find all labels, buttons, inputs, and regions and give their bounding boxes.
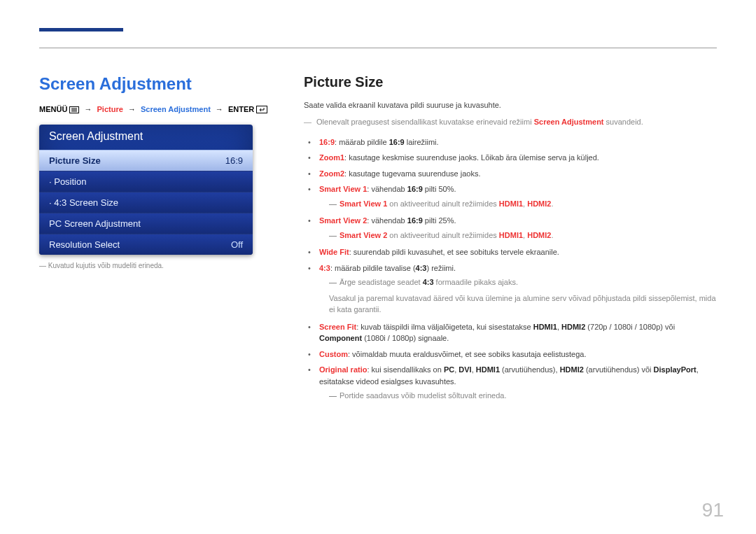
- breadcrumb: MENÜÜ → Picture → Screen Adjustment → EN…: [39, 105, 277, 113]
- breadcrumb-screen-adjustment: Screen Adjustment: [141, 105, 211, 113]
- arrow-icon: →: [216, 105, 223, 113]
- osd-row-picture-size[interactable]: Picture Size 16:9: [39, 150, 253, 171]
- breadcrumb-menu: MENÜÜ: [39, 105, 67, 113]
- osd-row-label: PC Screen Adjustment: [49, 218, 141, 229]
- opt-smart-view-2-note: ― Smart View 2 on aktiveeritud ainult re…: [329, 230, 717, 241]
- opt-4-3: 4:3: määrab pildile tavalise (4:3) režii…: [319, 262, 717, 316]
- osd-row-pc-screen-adjustment[interactable]: PC Screen Adjustment: [39, 213, 253, 234]
- osd-row-43-screen-size[interactable]: · 4:3 Screen Size: [39, 192, 253, 213]
- opt-4-3-note-1: ― Ärge seadistage seadet 4:3 formaadile …: [329, 276, 717, 288]
- menu-icon: [69, 105, 81, 113]
- top-rule: [39, 48, 717, 48]
- opt-smart-view-1-note: ― Smart View 1 on aktiveeritud ainult re…: [329, 198, 717, 210]
- opt-smart-view-1: Smart View 1: vähendab 16:9 pilti 50%. ―…: [319, 183, 717, 209]
- breadcrumb-picture: Picture: [97, 105, 123, 113]
- opt-4-3-note-2: Vasakul ja paremal kuvatavad ääred või k…: [329, 293, 717, 316]
- brand-bar: [39, 28, 123, 31]
- opt-wide-fit: Wide Fit: suurendab pildi kuvasuhet, et …: [319, 246, 717, 258]
- breadcrumb-enter: ENTER: [228, 105, 254, 113]
- osd-row-label: Resolution Select: [49, 239, 120, 250]
- opt-custom: Custom: võimaldab muuta eraldusvõimet, e…: [319, 349, 717, 360]
- arrow-icon: →: [128, 105, 136, 113]
- osd-footnote: ― Kuvatud kujutis võib mudeliti erineda.: [39, 262, 277, 269]
- left-column: Screen Adjustment MENÜÜ → Picture → Scre…: [39, 74, 277, 407]
- opt-16-9: 16:9: määrab pildile 16:9 lairežiimi.: [319, 136, 717, 148]
- mode-note-post: suvandeid.: [604, 118, 643, 126]
- osd-row-label: · Position: [49, 176, 86, 187]
- osd-row-value: 16:9: [225, 155, 243, 166]
- mode-note-highlight: Screen Adjustment: [534, 118, 604, 126]
- right-column: Picture Size Saate valida ekraanil kuvat…: [304, 74, 717, 407]
- osd-panel: Screen Adjustment Picture Size 16:9 · Po…: [39, 125, 253, 255]
- opt-original-ratio-note: ― Portide saadavus võib mudelist sõltuva…: [329, 390, 717, 402]
- opt-original-ratio: Original ratio: kui sisendallikaks on PC…: [319, 364, 717, 402]
- opt-screen-fit: Screen Fit: kuvab täispildi ilma väljalõ…: [319, 321, 717, 344]
- osd-row-position[interactable]: · Position: [39, 171, 253, 192]
- options-list: 16:9: määrab pildile 16:9 lairežiimi. Zo…: [304, 136, 717, 402]
- opt-zoom1: Zoom1: kasutage keskmise suurenduse jaok…: [319, 152, 717, 164]
- intro-text: Saate valida ekraanil kuvatava pildi suu…: [304, 100, 717, 111]
- section-heading: Screen Adjustment: [39, 74, 277, 94]
- opt-smart-view-2: Smart View 2: vähendab 16:9 pilti 25%. ―…: [319, 215, 717, 241]
- arrow-icon: →: [84, 105, 92, 113]
- page-number: 91: [702, 499, 724, 521]
- osd-row-value: Off: [231, 239, 243, 250]
- osd-row-label: · 4:3 Screen Size: [49, 197, 118, 208]
- mode-note-pre: Olenevalt praegusest sisendallikast kuva…: [316, 118, 534, 126]
- opt-zoom2: Zoom2: kasutage tugevama suurenduse jaok…: [319, 168, 717, 180]
- osd-row-label: Picture Size: [49, 155, 101, 166]
- osd-title: Screen Adjustment: [39, 125, 253, 150]
- osd-footnote-text: Kuvatud kujutis võib mudeliti erineda.: [48, 262, 164, 269]
- subsection-heading: Picture Size: [304, 74, 717, 90]
- osd-row-resolution-select[interactable]: Resolution Select Off: [39, 234, 253, 255]
- mode-note: ― Olenevalt praegusest sisendallikast ku…: [304, 117, 717, 128]
- enter-icon: [256, 105, 267, 113]
